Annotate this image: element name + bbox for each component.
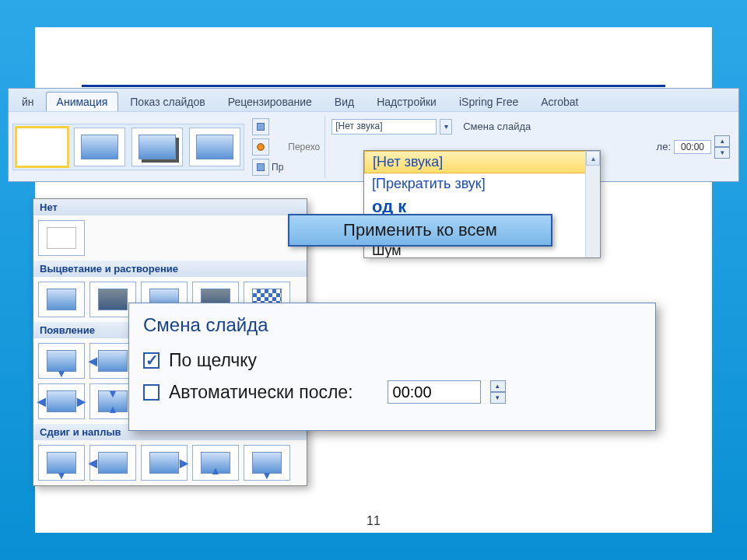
auto-after-spinner[interactable]: ▴ ▾ — [490, 380, 506, 404]
apply-button-icon[interactable] — [252, 159, 269, 176]
dropdown-arrow-icon[interactable]: ▾ — [440, 119, 452, 135]
gallery-section-none: Нет — [33, 199, 307, 215]
tab-view[interactable]: Вид — [324, 92, 365, 111]
tab-ispring[interactable]: iSpring Free — [448, 92, 529, 111]
apply-to-all-label: Применить ко всем — [343, 220, 497, 240]
transition-none[interactable] — [16, 128, 68, 166]
apply-to-all-callout: Применить ко всем — [288, 214, 552, 247]
advance-slide-popup: Смена слайда По щелчку Автоматически пос… — [128, 303, 656, 431]
tab-acrobat[interactable]: Acrobat — [530, 92, 589, 111]
transition-gallery-ribbon[interactable] — [12, 124, 244, 170]
transition-thumb[interactable]: ▲ — [192, 445, 239, 481]
page-number: 11 — [366, 514, 381, 528]
sound-option[interactable]: [Прекратить звук] — [364, 173, 600, 194]
transition-thumb[interactable]: ▶◀ — [38, 383, 85, 419]
transition-thumb[interactable]: ▼ — [244, 445, 290, 481]
advance-label: Смена слайда — [463, 121, 531, 132]
sound-dropdown-box[interactable]: [Нет звука] — [331, 119, 437, 135]
transition-fade[interactable] — [74, 128, 125, 166]
tab-design[interactable]: йн — [11, 92, 45, 111]
chevron-down-icon[interactable]: ▾ — [490, 392, 506, 404]
transition-thumb[interactable] — [38, 220, 85, 256]
scrollbar[interactable]: ▴ — [585, 151, 600, 257]
ribbon-tabs: йн Анимация Показ слайдов Рецензирование… — [9, 89, 738, 111]
chevron-up-icon[interactable]: ▴ — [490, 380, 506, 392]
on-click-checkbox[interactable] — [143, 352, 160, 369]
advance-header: Смена слайда — [143, 314, 641, 336]
tab-addins[interactable]: Надстройки — [366, 92, 447, 111]
transition-thumb[interactable] — [38, 282, 85, 317]
chevron-down-icon[interactable]: ▾ — [714, 147, 730, 159]
transition-thumb[interactable]: ◀ — [89, 445, 136, 481]
auto-after-time-field[interactable] — [388, 380, 481, 404]
divider — [82, 85, 665, 87]
transition-thumb[interactable]: ▼ — [38, 343, 85, 379]
tab-review[interactable]: Рецензирование — [217, 92, 323, 111]
after-time-field[interactable] — [674, 140, 711, 154]
sound-option[interactable]: [Нет звука] — [364, 151, 600, 173]
scroll-up-icon[interactable]: ▴ — [586, 151, 600, 166]
effect-options-icon[interactable] — [252, 138, 269, 156]
time-spinner[interactable]: ▴ ▾ — [714, 135, 730, 159]
auto-after-checkbox[interactable] — [143, 384, 160, 401]
transition-thumb[interactable]: ▶ — [141, 445, 188, 481]
auto-after-label: Автоматически после: — [169, 382, 353, 403]
gallery-section-fade: Выцветание и растворение — [33, 261, 307, 277]
chevron-up-icon[interactable]: ▴ — [714, 135, 730, 147]
preview-icon[interactable] — [252, 118, 269, 135]
on-click-label: По щелчку — [169, 350, 257, 371]
ribbon-misc-buttons: Пр — [252, 118, 283, 176]
time-suffix-label: ле: — [657, 141, 671, 152]
tab-slideshow[interactable]: Показ слайдов — [119, 92, 216, 111]
transition-thumb[interactable]: ▼ — [38, 445, 85, 481]
transition-fade-black[interactable] — [132, 128, 183, 166]
truncated-label: Пр — [272, 162, 283, 173]
truncated-perehod: Перехо — [288, 142, 320, 152]
tab-animation[interactable]: Анимация — [46, 92, 119, 111]
transition-cut[interactable] — [189, 128, 240, 166]
